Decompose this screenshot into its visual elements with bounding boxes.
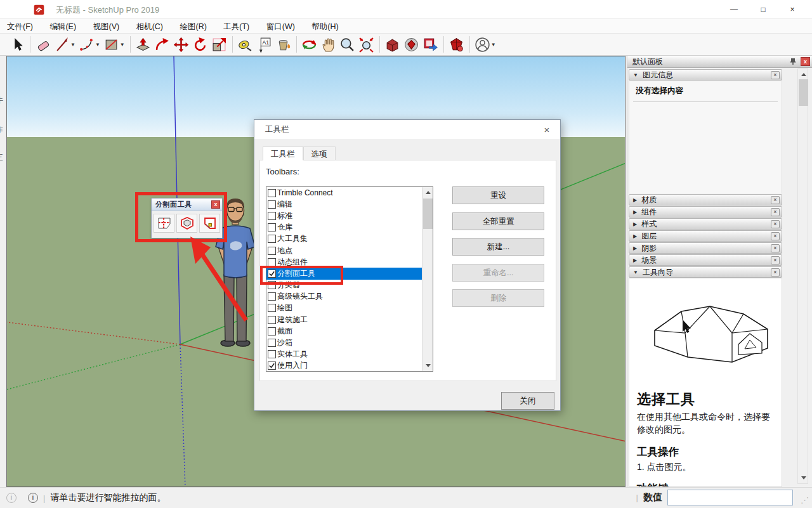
pan-tool-button[interactable] xyxy=(319,35,338,54)
reset-all-button[interactable]: 全部重置 xyxy=(452,212,544,230)
move-tool-button[interactable] xyxy=(172,35,191,54)
toolbar-list-item[interactable]: 地点 xyxy=(266,245,433,256)
checkbox-unchecked-icon[interactable] xyxy=(268,350,276,358)
rotate-tool-button[interactable] xyxy=(191,35,210,54)
zoom-tool-button[interactable] xyxy=(338,35,357,54)
menu-edit[interactable]: 编辑(E) xyxy=(43,19,83,34)
section-图层[interactable]: ▶图层× xyxy=(629,230,782,242)
toolbar-list-item[interactable]: 仓库 xyxy=(266,222,433,233)
push-pull-tool-button[interactable] xyxy=(134,35,153,54)
extension-warehouse-button[interactable] xyxy=(402,35,421,54)
scrollbar-thumb[interactable] xyxy=(799,79,808,106)
menu-help[interactable]: 帮助(H) xyxy=(304,19,345,34)
toolbar-list-item[interactable]: 建筑施工 xyxy=(266,314,433,325)
checkbox-unchecked-icon[interactable] xyxy=(268,212,276,220)
section-close-icon[interactable]: × xyxy=(771,220,780,228)
checkbox-unchecked-icon[interactable] xyxy=(268,200,276,209)
paint-bucket-tool-button[interactable] xyxy=(274,35,293,54)
listbox-scrollbar[interactable] xyxy=(422,187,433,371)
orbit-tool-button[interactable] xyxy=(300,35,319,54)
new-button[interactable]: 新建... xyxy=(452,238,544,256)
menu-tools[interactable]: 工具(T) xyxy=(216,19,256,34)
section-close-icon[interactable]: × xyxy=(771,244,780,252)
select-tool-button[interactable] xyxy=(8,35,27,54)
checkbox-unchecked-icon[interactable] xyxy=(268,292,276,301)
scroll-down-icon[interactable] xyxy=(422,360,433,371)
dropdown-arrow-icon[interactable]: ▼ xyxy=(120,42,125,48)
tray-close-icon[interactable]: x xyxy=(801,57,810,66)
checkbox-unchecked-icon[interactable] xyxy=(268,316,276,324)
line-tool-button[interactable] xyxy=(53,35,72,54)
rename-button[interactable]: 重命名... xyxy=(452,264,544,282)
section-close-icon[interactable]: × xyxy=(771,208,780,216)
dropdown-arrow-icon[interactable]: ▼ xyxy=(70,42,75,48)
checkbox-unchecked-icon[interactable] xyxy=(268,223,276,231)
dialog-close-button[interactable]: 关闭 xyxy=(501,392,554,410)
reset-button[interactable]: 重设 xyxy=(452,186,544,204)
dialog-close-icon[interactable]: × xyxy=(540,124,554,135)
dropdown-arrow-icon[interactable]: ▼ xyxy=(491,42,496,48)
scroll-down-icon[interactable] xyxy=(798,472,809,483)
tab-options[interactable]: 选项 xyxy=(303,147,336,160)
minimize-button[interactable]: — xyxy=(719,0,749,19)
checkbox-unchecked-icon[interactable] xyxy=(268,258,276,266)
checkbox-checked-icon[interactable] xyxy=(268,361,276,370)
checkbox-unchecked-icon[interactable] xyxy=(268,304,276,312)
dialog-titlebar[interactable]: 工具栏 × xyxy=(254,120,560,139)
section-entity-info[interactable]: ▼ 图元信息 × xyxy=(629,69,782,81)
toolbar-list-item[interactable]: 编辑 xyxy=(266,199,433,210)
geolocation-icon[interactable]: i xyxy=(6,493,16,503)
toolbar-list-item[interactable]: 大工具集 xyxy=(266,233,433,245)
text-tool-button[interactable]: A1 xyxy=(255,35,274,54)
account-button[interactable] xyxy=(473,35,492,54)
toolbar-list-item[interactable]: 截面 xyxy=(266,325,433,337)
section-样式[interactable]: ▶样式× xyxy=(629,218,782,230)
toolbar-list-item[interactable]: 使用入门 xyxy=(266,360,433,372)
warehouse-3d-button[interactable] xyxy=(383,35,402,54)
delete-button[interactable]: 删除 xyxy=(452,289,544,307)
scroll-up-icon[interactable] xyxy=(798,69,809,80)
shapes-tool-button[interactable] xyxy=(102,35,121,54)
section-instructor[interactable]: ▼ 工具向导 × xyxy=(629,266,782,278)
section-close-icon[interactable]: × xyxy=(771,268,780,277)
checkbox-unchecked-icon[interactable] xyxy=(268,235,276,243)
toolbar-list-item[interactable]: 沙箱 xyxy=(266,337,433,348)
extension-manager-button[interactable] xyxy=(447,35,466,54)
checkbox-unchecked-icon[interactable] xyxy=(268,339,276,347)
toolbar-list-item[interactable]: Trimble Connect xyxy=(266,187,433,199)
maximize-button[interactable]: □ xyxy=(749,0,778,19)
section-close-icon[interactable]: × xyxy=(771,256,780,264)
menu-view[interactable]: 视图(V) xyxy=(86,19,127,34)
eraser-tool-button[interactable] xyxy=(34,35,53,54)
close-button[interactable]: × xyxy=(778,0,807,19)
pin-icon[interactable] xyxy=(789,58,797,65)
menu-camera[interactable]: 相机(C) xyxy=(129,19,170,34)
toolbar-list-item[interactable]: 高级镜头工具 xyxy=(266,291,433,303)
section-close-icon[interactable]: × xyxy=(771,71,780,79)
menu-file[interactable]: 文件(F) xyxy=(0,19,40,34)
tray-header[interactable]: 默认面板 x xyxy=(627,56,812,68)
toolbar-list-item[interactable]: 标准 xyxy=(266,210,433,221)
resize-grip[interactable]: ⋰ xyxy=(801,495,809,504)
toolbar-list-item[interactable]: 绘图 xyxy=(266,303,433,314)
tab-toolbars[interactable]: 工具栏 xyxy=(263,147,303,160)
tray-scrollbar[interactable] xyxy=(797,68,808,484)
zoom-extents-tool-button[interactable] xyxy=(357,35,376,54)
scale-tool-button[interactable] xyxy=(210,35,229,54)
measurement-input[interactable] xyxy=(667,490,793,505)
tape-measure-tool-button[interactable] xyxy=(236,35,255,54)
dropdown-arrow-icon[interactable]: ▼ xyxy=(95,42,100,48)
menu-window[interactable]: 窗口(W) xyxy=(259,19,302,34)
section-close-icon[interactable]: × xyxy=(771,232,780,240)
send-to-layout-button[interactable] xyxy=(421,35,440,54)
follow-me-tool-button[interactable] xyxy=(153,35,172,54)
section-阴影[interactable]: ▶阴影× xyxy=(629,242,782,254)
section-场景[interactable]: ▶场景× xyxy=(629,254,782,266)
section-组件[interactable]: ▶组件× xyxy=(629,206,782,218)
credits-icon[interactable]: i xyxy=(28,493,38,503)
checkbox-unchecked-icon[interactable] xyxy=(268,327,276,335)
scrollbar-thumb[interactable] xyxy=(423,199,433,229)
section-close-icon[interactable]: × xyxy=(771,196,780,204)
scroll-up-icon[interactable] xyxy=(422,187,433,198)
checkbox-unchecked-icon[interactable] xyxy=(268,247,276,255)
